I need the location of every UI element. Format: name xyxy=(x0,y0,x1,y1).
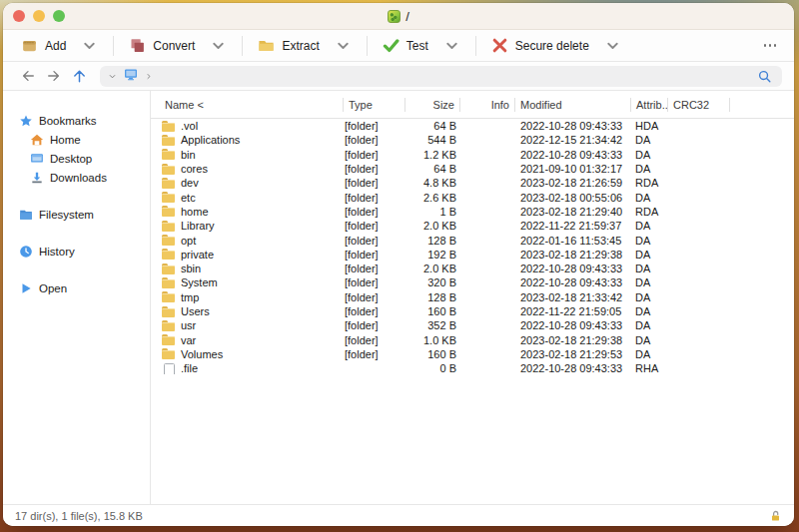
table-row[interactable]: System [folder] 320 B 2022-10-28 09:43:3… xyxy=(151,275,794,289)
add-label: Add xyxy=(45,39,66,53)
file-name: System xyxy=(181,276,218,288)
row-type-icon xyxy=(162,235,176,247)
file-size: 64 B xyxy=(405,120,460,132)
row-type-icon xyxy=(162,276,176,288)
file-type: [folder] xyxy=(344,120,405,132)
extract-dropdown-chevron-icon[interactable] xyxy=(335,37,352,54)
file-attrib: DA xyxy=(631,305,668,317)
test-button[interactable]: Test xyxy=(377,33,466,59)
more-options-icon[interactable] xyxy=(758,40,783,51)
table-row[interactable]: cores [folder] 64 B 2021-09-10 01:32:17 … xyxy=(151,162,794,176)
row-type-icon xyxy=(162,291,176,303)
file-modified: 2023-02-18 21:29:40 xyxy=(515,206,631,218)
search-icon[interactable] xyxy=(755,67,774,86)
file-type: [folder] xyxy=(344,177,405,189)
column-header-size[interactable]: Size xyxy=(405,98,460,112)
play-icon xyxy=(19,281,33,295)
file-name: var xyxy=(181,334,196,346)
file-modified: 2022-11-22 21:59:37 xyxy=(515,220,631,232)
row-type-icon xyxy=(162,163,176,175)
file-type: [folder] xyxy=(344,348,405,360)
minimize-button[interactable] xyxy=(33,10,45,22)
file-modified: 2023-02-18 21:29:38 xyxy=(515,249,631,261)
file-size: 1.2 KB xyxy=(405,149,460,161)
table-row[interactable]: opt [folder] 128 B 2022-01-16 11:53:45 D… xyxy=(151,233,794,247)
computer-icon[interactable] xyxy=(123,67,139,86)
file-name: home xyxy=(181,206,209,218)
sidebar-item-history[interactable]: History xyxy=(3,242,150,261)
path-dropdown-chevron-icon[interactable] xyxy=(108,67,117,85)
column-header-modified[interactable]: Modified xyxy=(515,98,631,112)
back-button[interactable] xyxy=(15,67,41,85)
sidebar-item-home[interactable]: Home xyxy=(3,130,150,149)
table-row[interactable]: etc [folder] 2.6 KB 2023-02-18 00:55:06 … xyxy=(151,190,794,204)
secure-delete-dropdown-chevron-icon[interactable] xyxy=(604,37,621,54)
file-modified: 2023-02-18 00:55:06 xyxy=(515,192,631,204)
file-modified: 2022-10-28 09:43:33 xyxy=(515,120,631,132)
table-row[interactable]: Volumes [folder] 160 B 2023-02-18 21:29:… xyxy=(151,347,794,361)
secure-delete-button[interactable]: Secure delete xyxy=(485,33,627,59)
zoom-button[interactable] xyxy=(53,10,65,22)
table-row[interactable]: .file 0 B 2022-10-28 09:43:33 RHA xyxy=(151,361,794,375)
column-header-crc32[interactable]: CRC32 xyxy=(668,98,730,112)
file-name: sbin xyxy=(181,263,201,274)
sidebar-item-filesystem[interactable]: Filesystem xyxy=(3,205,150,224)
file-size: 192 B xyxy=(405,249,460,261)
file-size: 128 B xyxy=(405,235,460,247)
sidebar-item-desktop[interactable]: Desktop xyxy=(3,149,150,168)
table-row[interactable]: home [folder] 1 B 2023-02-18 21:29:40 RD… xyxy=(151,205,794,219)
secure-delete-label: Secure delete xyxy=(515,39,589,53)
table-row[interactable]: sbin [folder] 2.0 KB 2022-10-28 09:43:33… xyxy=(151,262,794,275)
test-dropdown-chevron-icon[interactable] xyxy=(443,37,460,54)
file-type: [folder] xyxy=(344,206,405,218)
column-header-attrib[interactable]: Attrib... xyxy=(631,98,668,112)
status-bar: 17 dir(s), 1 file(s), 15.8 KB xyxy=(3,504,794,526)
file-type: [folder] xyxy=(344,334,405,346)
file-modified: 2022-10-28 09:43:33 xyxy=(515,149,631,161)
title-bar[interactable]: / xyxy=(3,3,794,30)
add-button[interactable]: Add xyxy=(15,33,104,59)
table-row[interactable]: usr [folder] 352 B 2022-10-28 09:43:33 D… xyxy=(151,318,794,332)
table-row[interactable]: Applications [folder] 544 B 2022-12-15 2… xyxy=(151,133,794,147)
convert-button[interactable]: Convert xyxy=(123,33,233,59)
up-button[interactable] xyxy=(67,66,92,86)
close-button[interactable] xyxy=(13,10,25,22)
row-type-icon xyxy=(162,249,176,261)
table-row[interactable]: Library [folder] 2.0 KB 2022-11-22 21:59… xyxy=(151,219,794,233)
table-row[interactable]: bin [folder] 1.2 KB 2022-10-28 09:43:33 … xyxy=(151,148,794,162)
file-attrib: RDA xyxy=(631,177,668,189)
file-attrib: RHA xyxy=(631,362,668,374)
address-breadcrumb-field[interactable] xyxy=(100,66,782,87)
file-name: Applications xyxy=(181,134,240,146)
column-header-info[interactable]: Info xyxy=(460,98,515,112)
file-attrib: DA xyxy=(631,163,668,175)
downloads-icon xyxy=(30,171,44,185)
file-size: 1.0 KB xyxy=(405,334,460,346)
file-type: [folder] xyxy=(344,319,405,331)
sidebar-item-bookmarks[interactable]: Bookmarks xyxy=(3,111,150,130)
file-size: 2.6 KB xyxy=(405,192,460,204)
convert-dropdown-chevron-icon[interactable] xyxy=(210,37,227,54)
table-row[interactable]: .vol [folder] 64 B 2022-10-28 09:43:33 H… xyxy=(151,119,794,133)
table-row[interactable]: private [folder] 192 B 2023-02-18 21:29:… xyxy=(151,248,794,262)
table-row[interactable]: var [folder] 1.0 KB 2023-02-18 21:29:38 … xyxy=(151,332,794,346)
extract-button[interactable]: Extract xyxy=(252,33,357,59)
column-header-name[interactable]: Name < xyxy=(151,98,344,112)
lock-icon[interactable] xyxy=(769,509,782,523)
row-type-icon xyxy=(162,134,176,146)
sidebar-item-downloads[interactable]: Downloads xyxy=(3,168,150,187)
forward-button[interactable] xyxy=(41,67,67,85)
file-size: 160 B xyxy=(405,305,460,317)
file-modified: 2022-11-22 21:59:05 xyxy=(515,305,631,317)
table-row[interactable]: Users [folder] 160 B 2022-11-22 21:59:05… xyxy=(151,304,794,318)
file-attrib: DA xyxy=(631,149,668,161)
table-row[interactable]: dev [folder] 4.8 KB 2023-02-18 21:26:59 … xyxy=(151,176,794,190)
file-attrib: DA xyxy=(631,235,668,247)
table-row[interactable]: tmp [folder] 128 B 2023-02-18 21:33:42 D… xyxy=(151,290,794,304)
file-modified: 2022-10-28 09:43:33 xyxy=(515,362,631,374)
sidebar-item-open[interactable]: Open xyxy=(3,278,150,297)
column-header-type[interactable]: Type xyxy=(344,98,405,112)
row-type-icon xyxy=(162,263,176,274)
sidebar-label: Home xyxy=(50,134,81,146)
add-dropdown-chevron-icon[interactable] xyxy=(81,37,98,54)
